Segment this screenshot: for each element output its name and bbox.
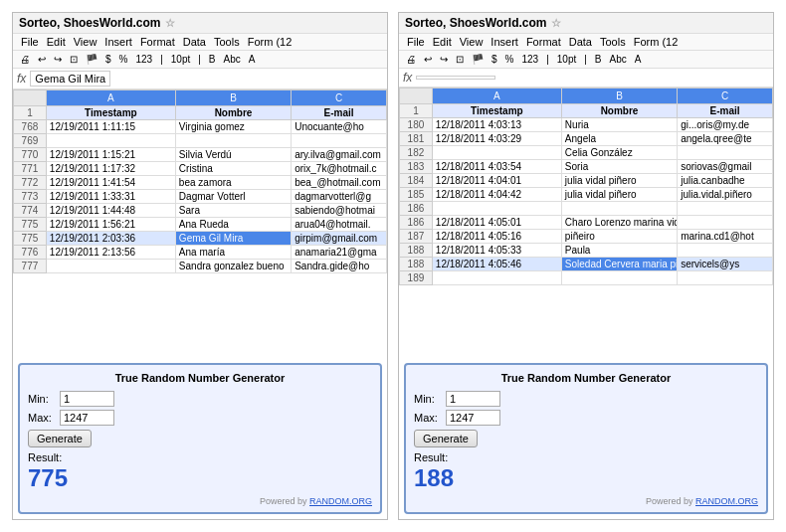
cell-b[interactable]: Sandra gonzalez bueno bbox=[175, 260, 291, 273]
toolbar-item[interactable]: Abc bbox=[221, 53, 244, 66]
menu-item-tools[interactable]: Tools bbox=[596, 35, 630, 49]
rng-generate-button[interactable]: Generate bbox=[414, 430, 478, 447]
toolbar-item[interactable]: B bbox=[592, 53, 605, 66]
cell-b[interactable]: Nuria bbox=[561, 118, 677, 132]
toolbar-item[interactable]: Abc bbox=[607, 53, 630, 66]
menu-item-insert[interactable]: Insert bbox=[100, 35, 136, 49]
toolbar-item[interactable]: ↪ bbox=[437, 53, 451, 66]
cell-b[interactable] bbox=[561, 202, 677, 216]
cell-c[interactable] bbox=[678, 146, 773, 160]
cell-c[interactable]: julia.vidal.piñero bbox=[678, 188, 773, 202]
toolbar-item[interactable]: 123 bbox=[518, 53, 541, 66]
cell-c[interactable]: orix_7k@hotmail.c bbox=[292, 162, 387, 176]
menu-item-view[interactable]: View bbox=[456, 35, 488, 49]
cell-a[interactable]: 12/19/2011 2:03:36 bbox=[46, 232, 175, 246]
toolbar-item[interactable]: | bbox=[157, 53, 166, 66]
toolbar-item[interactable]: $ bbox=[489, 53, 500, 66]
cell-a[interactable]: 12/18/2011 4:03:29 bbox=[432, 132, 561, 146]
toolbar-item[interactable]: 🖨 bbox=[403, 53, 419, 66]
cell-b[interactable]: julia vidal piñero bbox=[561, 188, 677, 202]
toolbar-item[interactable]: ↪ bbox=[51, 53, 65, 66]
cell-c[interactable] bbox=[678, 202, 773, 216]
cell-a[interactable]: 12/19/2011 1:33:31 bbox=[46, 190, 175, 204]
menu-item-format[interactable]: Format bbox=[522, 35, 565, 49]
rng-max-input[interactable] bbox=[60, 410, 114, 426]
col-header-a[interactable]: A bbox=[432, 89, 561, 104]
cell-b[interactable]: Sara bbox=[175, 204, 291, 218]
rng-generate-button[interactable]: Generate bbox=[28, 430, 92, 447]
col-header-c[interactable]: C bbox=[678, 89, 773, 104]
cell-a[interactable] bbox=[432, 271, 561, 285]
cell-a[interactable]: 12/19/2011 1:41:54 bbox=[46, 176, 175, 190]
menu-item-tools[interactable]: Tools bbox=[210, 35, 244, 49]
toolbar-item[interactable]: 123 bbox=[132, 53, 155, 66]
cell-a[interactable]: 12/19/2011 1:44:48 bbox=[46, 204, 175, 218]
toolbar-item[interactable]: A bbox=[246, 53, 259, 66]
cell-b[interactable]: Celia González bbox=[561, 146, 677, 160]
toolbar-item[interactable]: | bbox=[581, 53, 590, 66]
star-icon[interactable]: ☆ bbox=[165, 17, 175, 30]
cell-a[interactable]: 12/19/2011 1:17:32 bbox=[46, 162, 175, 176]
toolbar-item[interactable]: | bbox=[195, 53, 204, 66]
cell-b[interactable]: piñeiro bbox=[561, 230, 677, 244]
cell-c[interactable]: bea_@hotmail.com bbox=[292, 176, 387, 190]
star-icon[interactable]: ☆ bbox=[551, 17, 561, 30]
cell-c[interactable]: sabiendo@hotmai bbox=[292, 204, 387, 218]
cell-c[interactable] bbox=[292, 134, 387, 148]
toolbar-item[interactable]: 10pt bbox=[554, 53, 579, 66]
toolbar-item[interactable]: ↩ bbox=[421, 53, 435, 66]
cell-c[interactable] bbox=[678, 244, 773, 258]
toolbar-item[interactable]: B bbox=[206, 53, 219, 66]
col-header-c[interactable]: C bbox=[292, 90, 387, 106]
cell-c[interactable]: Sandra.gide@ho bbox=[292, 260, 387, 273]
cell-c[interactable]: girpim@gmail.com bbox=[292, 232, 387, 246]
cell-b[interactable]: Angela bbox=[561, 132, 677, 146]
cell-a[interactable] bbox=[432, 146, 561, 160]
toolbar-item[interactable]: 10pt bbox=[168, 53, 193, 66]
cell-b[interactable] bbox=[561, 271, 677, 285]
cell-a[interactable]: 12/18/2011 4:03:13 bbox=[432, 118, 561, 132]
cell-a[interactable]: 12/18/2011 4:05:16 bbox=[432, 230, 561, 244]
col-header-a[interactable]: A bbox=[46, 90, 175, 106]
cell-c[interactable] bbox=[678, 271, 773, 285]
cell-c[interactable]: anamaria21@gma bbox=[292, 246, 387, 260]
toolbar-item[interactable]: 🏴 bbox=[83, 53, 100, 66]
cell-c[interactable]: soriovas@gmail bbox=[678, 160, 773, 174]
cell-a[interactable]: 12/19/2011 1:11:15 bbox=[46, 120, 175, 134]
rng-max-input[interactable] bbox=[446, 410, 500, 426]
cell-b[interactable]: bea zamora bbox=[175, 176, 291, 190]
cell-a[interactable]: 12/18/2011 4:03:54 bbox=[432, 160, 561, 174]
cell-a[interactable]: 12/18/2011 4:04:42 bbox=[432, 188, 561, 202]
cell-c[interactable]: ary.ilva@gmail.com bbox=[292, 148, 387, 162]
cell-b[interactable]: Paula bbox=[561, 244, 677, 258]
menu-item-data[interactable]: Data bbox=[565, 35, 596, 49]
cell-a[interactable] bbox=[46, 134, 175, 148]
random-org-link[interactable]: RANDOM.ORG bbox=[695, 496, 758, 506]
cell-c[interactable]: Unocuante@ho bbox=[292, 120, 387, 134]
cell-b[interactable]: Silvia Verdú bbox=[175, 148, 291, 162]
random-org-link[interactable]: RANDOM.ORG bbox=[309, 496, 372, 506]
cell-c[interactable]: angela.qree@te bbox=[678, 132, 773, 146]
toolbar-item[interactable]: ⊡ bbox=[453, 53, 467, 66]
cell-b[interactable]: julia vidal piñero bbox=[561, 174, 677, 188]
cell-c[interactable]: marina.cd1@hot bbox=[678, 230, 773, 244]
menu-item-file[interactable]: File bbox=[403, 35, 429, 49]
cell-c[interactable]: servicels@ys bbox=[678, 258, 773, 271]
cell-b[interactable]: Gema Gil Mira bbox=[175, 232, 291, 246]
cell-b[interactable]: Cristina bbox=[175, 162, 291, 176]
menu-item-insert[interactable]: Insert bbox=[487, 35, 522, 49]
toolbar-item[interactable]: ⊡ bbox=[67, 53, 81, 66]
cell-c[interactable]: gi...oris@my.de bbox=[678, 118, 773, 132]
toolbar-item[interactable]: 🖨 bbox=[17, 53, 33, 66]
menu-item-form----[interactable]: Form (12 bbox=[244, 35, 296, 49]
cell-a[interactable]: 12/18/2011 4:05:46 bbox=[432, 258, 561, 271]
menu-item-edit[interactable]: Edit bbox=[429, 35, 456, 49]
menu-item-file[interactable]: File bbox=[17, 35, 43, 49]
cell-b[interactable]: Ana Rueda bbox=[175, 218, 291, 232]
cell-c[interactable]: arua04@hotmail. bbox=[292, 218, 387, 232]
cell-b[interactable]: Soria bbox=[561, 160, 677, 174]
cell-a[interactable]: 12/18/2011 4:04:01 bbox=[432, 174, 561, 188]
col-header-b[interactable]: B bbox=[561, 89, 677, 104]
cell-c[interactable]: julia.canbadhe bbox=[678, 174, 773, 188]
cell-a[interactable]: 12/19/2011 1:15:21 bbox=[46, 148, 175, 162]
